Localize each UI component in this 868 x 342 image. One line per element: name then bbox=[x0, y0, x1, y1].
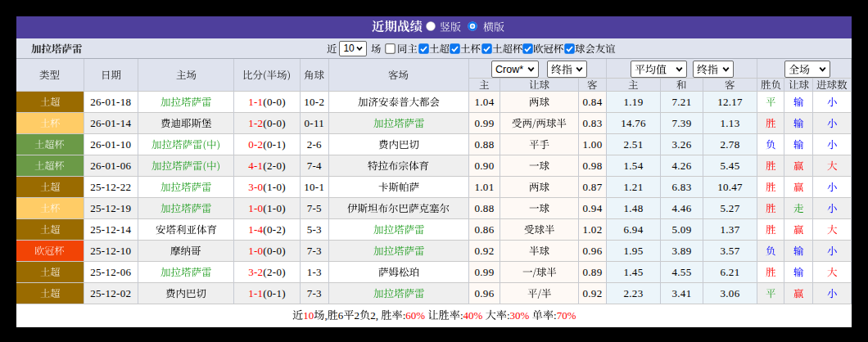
svg-text:40%: 40% bbox=[463, 309, 482, 322]
svg-text:2: 2 bbox=[354, 309, 359, 322]
svg-text:60%: 60% bbox=[405, 309, 425, 322]
svg-text:70%: 70% bbox=[556, 309, 576, 322]
svg-text:2,: 2, bbox=[370, 309, 378, 322]
svg-text:30%: 30% bbox=[509, 309, 529, 322]
svg-text:6: 6 bbox=[338, 309, 344, 322]
svg-text:,: , bbox=[324, 309, 327, 322]
svg-text:10: 10 bbox=[303, 309, 314, 322]
